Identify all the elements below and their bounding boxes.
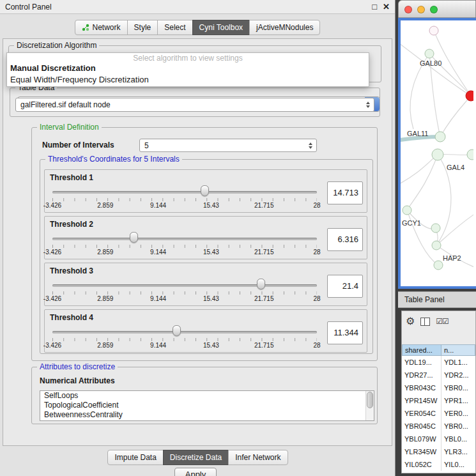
network-node[interactable] <box>435 132 445 142</box>
threshold-4-panel: Threshold 4 -3.426 2.859 9.144 15.43 21.… <box>44 309 367 353</box>
list-item[interactable]: BetweennessCentrality <box>40 410 374 420</box>
dropdown-item-manual[interactable]: Manual Discretization <box>10 63 96 73</box>
gear-icon[interactable]: ⚙ <box>406 316 415 326</box>
number-of-intervals-value: 5 <box>144 141 149 150</box>
network-node[interactable] <box>425 49 434 58</box>
tab-label: jActiveMNodules <box>256 23 313 32</box>
scale-tick-label: 28 <box>313 249 320 256</box>
tab-style[interactable]: Style <box>127 20 158 35</box>
table-data-combobox[interactable]: galFiltered.sif default node <box>15 98 374 112</box>
columns-icon[interactable] <box>420 318 430 326</box>
table-row[interactable]: YPR145WYPR1... <box>402 394 475 407</box>
threshold-2-panel: Threshold 2 -3.426 2.859 9.144 15.43 21.… <box>44 216 367 259</box>
slider-thumb[interactable] <box>173 325 181 336</box>
table-row[interactable]: YIL052CYIL0... <box>402 458 475 471</box>
zoom-traffic-light-icon[interactable] <box>430 6 438 13</box>
network-node[interactable] <box>432 241 441 250</box>
apply-button[interactable]: Apply <box>174 468 217 476</box>
list-scrollbar[interactable] <box>365 391 374 420</box>
attributes-list[interactable]: SelfLoops TopologicalCoefficient Between… <box>40 390 374 421</box>
number-of-intervals-label: Number of Intervals <box>42 141 114 150</box>
selected-network-node[interactable] <box>466 91 473 101</box>
column-header-shared-name[interactable]: shared... <box>402 344 441 356</box>
node-label: GCY1 <box>402 219 421 227</box>
slider-ticks <box>52 245 317 248</box>
threshold-2-value-field[interactable]: 6.316 <box>327 228 363 251</box>
network-node[interactable] <box>434 261 443 270</box>
threshold-2-slider[interactable]: -3.426 2.859 9.144 15.43 21.715 28 <box>52 217 317 260</box>
threshold-3-panel: Threshold 3 -3.426 2.859 9.144 15.43 21.… <box>44 263 367 306</box>
slider-scale: -3.426 2.859 9.144 15.43 21.715 28 <box>52 342 317 349</box>
dropdown-item-equal-width[interactable]: Equal Width/Frequency Discretization <box>10 75 149 84</box>
scale-tick-label: 28 <box>313 342 320 349</box>
tab-jactivemnodules[interactable]: jActiveMNodules <box>249 20 320 35</box>
group-title: Threshold's Coordinates for 5 Intervals <box>45 155 182 164</box>
slider-track[interactable] <box>52 238 317 240</box>
tab-cyni-toolbox[interactable]: Cyni Toolbox <box>192 20 250 35</box>
top-tabbar: Network Style Select Cyni Toolbox jActiv… <box>0 20 395 35</box>
column-header-name[interactable]: n... <box>441 344 475 356</box>
tab-label: Infer Network <box>235 453 280 462</box>
scale-tick-label: 21.715 <box>254 295 274 302</box>
scale-tick-label: 2.859 <box>97 295 113 302</box>
tab-infer-network[interactable]: Infer Network <box>228 450 288 465</box>
table-data-group: Table Data galFiltered.sif default node <box>10 88 380 117</box>
slider-ticks <box>52 291 317 295</box>
threshold-4-slider[interactable]: -3.426 2.859 9.144 15.43 21.715 28 <box>52 310 317 353</box>
list-item[interactable]: SelfLoops <box>40 391 374 401</box>
network-canvas[interactable]: GAL80 GAL11 GAL4 GCY1 HAP2 <box>398 18 476 289</box>
tab-discretize-data[interactable]: Discretize Data <box>163 450 229 465</box>
interval-definition-group: Interval Definition Number of Intervals … <box>31 127 378 361</box>
node-label: HAP2 <box>443 254 461 262</box>
table-row[interactable]: YBR043CYBR0... <box>402 381 475 394</box>
table-row[interactable]: YER054CYER0... <box>402 407 475 420</box>
table-row[interactable]: YDL19...YDL1... <box>402 356 475 369</box>
scrollbar-thumb[interactable] <box>367 392 373 408</box>
tab-impute-data[interactable]: Impute Data <box>107 450 163 465</box>
cyni-toolbox-panel: Discretization Algorithm Table Data galF… <box>3 38 392 446</box>
close-traffic-light-icon[interactable] <box>404 6 412 13</box>
thresholds-group: Threshold's Coordinates for 5 Intervals … <box>40 159 373 354</box>
network-node[interactable] <box>403 206 411 215</box>
close-icon[interactable]: ✕ <box>383 0 390 14</box>
scale-tick-label: 21.715 <box>254 342 274 349</box>
scale-tick-label: 2.859 <box>97 249 113 256</box>
table-row[interactable]: YLR345WYLR3... <box>402 445 475 458</box>
slider-thumb[interactable] <box>130 232 138 243</box>
threshold-3-slider[interactable]: -3.426 2.859 9.144 15.43 21.715 28 <box>52 263 317 307</box>
slider-scale: -3.426 2.859 9.144 15.43 21.715 28 <box>52 295 317 303</box>
table-row[interactable]: YDR27...YDR2... <box>402 369 475 381</box>
node-label: GAL4 <box>447 164 464 171</box>
table-row[interactable]: YBL079WYBL0... <box>402 433 475 445</box>
threshold-1-slider[interactable]: -3.426 2.859 9.144 15.43 21.715 28 <box>52 170 317 213</box>
slider-thumb[interactable] <box>201 185 209 196</box>
table-row[interactable]: YBR045CYBR0... <box>402 420 475 433</box>
tab-label: Select <box>164 23 185 32</box>
network-node[interactable] <box>432 149 443 160</box>
table-panel-header[interactable]: Table Panel <box>398 291 476 308</box>
select-all-checkbox-icon[interactable]: ☑☑ <box>436 318 449 325</box>
slider-thumb[interactable] <box>257 279 265 289</box>
network-window-titlebar[interactable] <box>398 0 476 18</box>
tab-network[interactable]: Network <box>75 20 128 35</box>
number-of-intervals-combobox[interactable]: 5 <box>139 139 317 152</box>
network-node[interactable] <box>467 150 473 160</box>
tab-label: Cyni Toolbox <box>199 23 243 32</box>
scale-tick-label: 21.715 <box>254 202 274 209</box>
tab-label: Network <box>93 23 121 32</box>
minimize-traffic-light-icon[interactable] <box>417 6 425 13</box>
network-node[interactable] <box>429 26 438 35</box>
slider-track[interactable] <box>52 284 317 287</box>
float-window-icon[interactable]: □ <box>372 0 377 14</box>
scale-tick-label: -3.426 <box>43 202 61 209</box>
list-item[interactable]: TopologicalCoefficient <box>40 401 374 410</box>
threshold-3-value-field[interactable]: 21.4 <box>327 275 363 298</box>
tab-select[interactable]: Select <box>157 20 192 35</box>
network-node[interactable] <box>431 224 440 233</box>
table-panel-window: ⚙ ☑☑ shared... n... YDL19...YDL1... YDR2… <box>401 311 476 473</box>
slider-scale: -3.426 2.859 9.144 15.43 21.715 28 <box>52 249 317 256</box>
threshold-4-value-field[interactable]: 11.344 <box>327 321 363 344</box>
slider-track[interactable] <box>52 191 317 194</box>
slider-track[interactable] <box>52 331 317 334</box>
threshold-1-value-field[interactable]: 14.713 <box>327 181 363 204</box>
